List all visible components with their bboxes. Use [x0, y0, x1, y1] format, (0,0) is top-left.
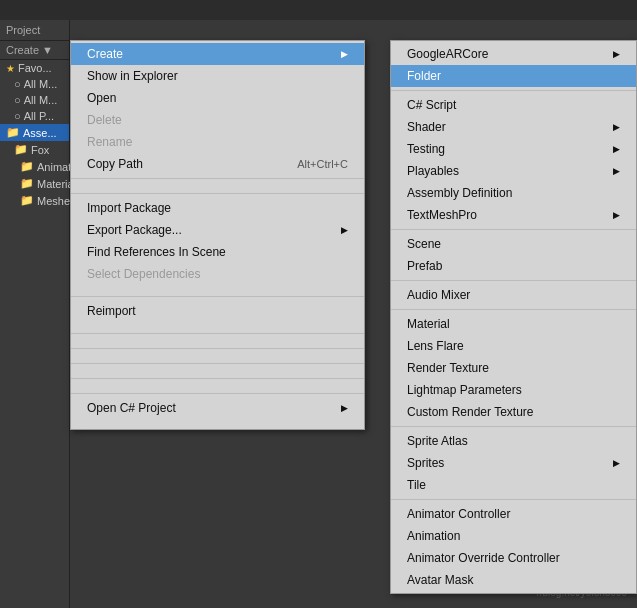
context-menu-sub: GoogleARCore Folder C# Script Shader Tes…: [390, 40, 637, 594]
folder-icon-mat: 📁: [20, 177, 34, 190]
sub-menu-lens-flare[interactable]: Lens Flare: [391, 335, 636, 357]
star-icon: ★: [6, 63, 15, 74]
menu-update-ui-elements[interactable]: [71, 382, 364, 390]
menu-delete: Delete: [71, 109, 364, 131]
sub-menu-googlearcore[interactable]: GoogleARCore: [391, 43, 636, 65]
menu-open-csharp-project[interactable]: [71, 419, 364, 427]
create-toolbar-button[interactable]: Create ▼: [6, 44, 53, 56]
all-prefabs[interactable]: ○ All P...: [0, 108, 69, 124]
menu-open-scene-additive: [71, 182, 364, 190]
left-panel: Project Create ▼ ★ Favo... ○ All M... ○ …: [0, 20, 70, 608]
separator-4: [71, 333, 364, 334]
separator-1: [71, 178, 364, 179]
all-materials-1[interactable]: ○ All M...: [0, 76, 69, 92]
sub-menu-assembly-definition[interactable]: Assembly Definition: [391, 182, 636, 204]
menu-rename: Rename: [71, 131, 364, 153]
menu-export-package[interactable]: Find References In Scene: [71, 241, 364, 263]
favorites-label: Favo...: [18, 62, 52, 74]
sub-sep-1: [391, 90, 636, 91]
sub-menu-testing[interactable]: Testing: [391, 138, 636, 160]
sub-menu-material[interactable]: Material: [391, 313, 636, 335]
sub-menu-animation[interactable]: Animation: [391, 525, 636, 547]
favorites-item[interactable]: ★ Favo...: [0, 60, 69, 76]
menu-extract-from-prefab: [71, 352, 364, 360]
menu-copy-path[interactable]: Copy Path Alt+Ctrl+C: [71, 153, 364, 175]
sub-menu-shader[interactable]: Shader: [391, 116, 636, 138]
separator-3: [71, 296, 364, 297]
menu-reimport[interactable]: [71, 322, 364, 330]
sub-menu-audio-mixer[interactable]: Audio Mixer: [391, 284, 636, 306]
folder-icon-fox: 📁: [14, 143, 28, 156]
sub-menu-tile[interactable]: Tile: [391, 474, 636, 496]
sub-menu-avatar-mask[interactable]: Avatar Mask: [391, 569, 636, 591]
menu-show-explorer[interactable]: Show in Explorer: [71, 65, 364, 87]
folder-icon-mesh: 📁: [20, 194, 34, 207]
menu-reimport-all[interactable]: [71, 337, 364, 345]
sub-menu-folder[interactable]: Folder: [391, 65, 636, 87]
sub-menu-animator-controller[interactable]: Animator Controller: [391, 503, 636, 525]
separator-8: [71, 393, 364, 394]
sub-menu-csharp-script[interactable]: C# Script: [391, 94, 636, 116]
animations-folder[interactable]: 📁 Animations: [0, 158, 69, 175]
separator-7: [71, 378, 364, 379]
circle-icon: ○: [14, 78, 21, 90]
sub-menu-sprite-atlas[interactable]: Sprite Atlas: [391, 430, 636, 452]
circle-icon: ○: [14, 110, 21, 122]
menu-run-api-updater[interactable]: [71, 367, 364, 375]
sub-menu-prefab[interactable]: Prefab: [391, 255, 636, 277]
separator-5: [71, 348, 364, 349]
circle-icon: ○: [14, 94, 21, 106]
materials-folder[interactable]: 📁 Materials: [0, 175, 69, 192]
menu-import-package[interactable]: Export Package...: [71, 219, 364, 241]
fox-folder[interactable]: 📁 Fox: [0, 141, 69, 158]
menu-find-references: Select Dependencies: [71, 263, 364, 285]
menu-import-new-asset[interactable]: Import Package: [71, 197, 364, 219]
sub-sep-6: [391, 499, 636, 500]
sub-menu-scene[interactable]: Scene: [391, 233, 636, 255]
sub-sep-5: [391, 426, 636, 427]
sub-sep-2: [391, 229, 636, 230]
all-materials-2[interactable]: ○ All M...: [0, 92, 69, 108]
sub-sep-3: [391, 280, 636, 281]
top-bar: [0, 0, 637, 20]
sub-menu-textmeshpro[interactable]: TextMeshPro: [391, 204, 636, 226]
folder-icon-anim: 📁: [20, 160, 34, 173]
context-menu-main: Create Show in Explorer Open Delete Rena…: [70, 40, 365, 430]
sub-menu-lightmap-parameters[interactable]: Lightmap Parameters: [391, 379, 636, 401]
sub-menu-playables[interactable]: Playables: [391, 160, 636, 182]
separator-6: [71, 363, 364, 364]
sub-menu-render-texture[interactable]: Render Texture: [391, 357, 636, 379]
separator-2: [71, 193, 364, 194]
left-panel-toolbar[interactable]: Create ▼: [0, 41, 69, 60]
left-panel-header: Project: [0, 20, 69, 41]
menu-refresh[interactable]: Reimport: [71, 300, 364, 322]
sub-menu-custom-render-texture[interactable]: Custom Render Texture: [391, 401, 636, 423]
menu-create[interactable]: Create: [71, 43, 364, 65]
sub-menu-animator-override-controller[interactable]: Animator Override Controller: [391, 547, 636, 569]
menu-open[interactable]: Open: [71, 87, 364, 109]
menu-play-services-resolver[interactable]: Open C# Project: [71, 397, 364, 419]
assets-item[interactable]: 📁 Asse...: [0, 124, 69, 141]
sub-menu-sprites[interactable]: Sprites: [391, 452, 636, 474]
menu-select-dependencies[interactable]: [71, 285, 364, 293]
folder-icon: 📁: [6, 126, 20, 139]
meshes-folder[interactable]: 📁 Meshes: [0, 192, 69, 209]
sub-sep-4: [391, 309, 636, 310]
